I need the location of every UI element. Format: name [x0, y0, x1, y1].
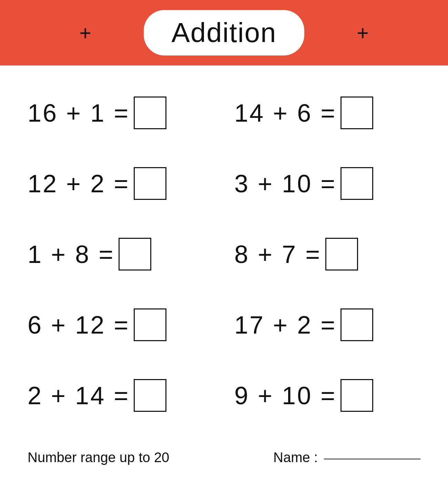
- equation-text: 1 + 8 =: [28, 240, 114, 268]
- answer-box[interactable]: [134, 308, 166, 341]
- answer-box[interactable]: [134, 379, 166, 412]
- equation-row: 14 + 6 =: [234, 86, 420, 140]
- equation-text: 12 + 2 =: [28, 170, 130, 198]
- equation-row: 8 + 7 =: [234, 227, 420, 281]
- answer-box[interactable]: [325, 238, 358, 271]
- answer-box[interactable]: [119, 238, 151, 271]
- answer-box[interactable]: [134, 167, 166, 200]
- equation-text: 2 + 14 =: [28, 381, 130, 410]
- equation-row: 12 + 2 =: [28, 157, 214, 210]
- equation-row: 16 + 1 =: [28, 86, 214, 140]
- plus-icon-left: +: [79, 21, 91, 45]
- title-pill: Addition: [144, 10, 304, 55]
- equation-text: 3 + 10 =: [234, 170, 336, 198]
- equation-text: 17 + 2 =: [234, 311, 336, 339]
- answer-box[interactable]: [340, 308, 373, 341]
- header: + Addition +: [0, 0, 448, 65]
- answer-box[interactable]: [340, 379, 373, 412]
- equation-row: 17 + 2 =: [234, 298, 420, 351]
- name-field-area: Name :: [273, 450, 420, 465]
- equation-text: 9 + 10 =: [234, 381, 336, 410]
- equation-row: 1 + 8 =: [28, 227, 214, 281]
- answer-box[interactable]: [340, 167, 373, 200]
- plus-icon-right: +: [357, 21, 369, 45]
- answer-box[interactable]: [134, 96, 166, 129]
- equations-grid: 16 + 1 = 14 + 6 = 12 + 2 = 3 + 10 = 1 + …: [28, 86, 420, 422]
- page-title: Addition: [171, 17, 276, 49]
- equation-text: 16 + 1 =: [28, 99, 130, 127]
- equation-text: 8 + 7 =: [234, 240, 321, 268]
- footer: Number range up to 20 Name :: [28, 443, 420, 465]
- equation-row: 9 + 10 =: [234, 369, 420, 422]
- equation-text: 6 + 12 =: [28, 311, 130, 339]
- equation-row: 6 + 12 =: [28, 298, 214, 351]
- equation-row: 2 + 14 =: [28, 369, 214, 422]
- equation-text: 14 + 6 =: [234, 99, 336, 127]
- name-underline[interactable]: [324, 456, 420, 459]
- equation-row: 3 + 10 =: [234, 157, 420, 210]
- range-label: Number range up to 20: [28, 450, 169, 465]
- answer-box[interactable]: [340, 96, 373, 129]
- main-content: 16 + 1 = 14 + 6 = 12 + 2 = 3 + 10 = 1 + …: [0, 65, 448, 479]
- name-label: Name :: [273, 450, 318, 465]
- page-wrapper: + Addition + 16 + 1 = 14 + 6 = 12 + 2 = …: [0, 0, 448, 479]
